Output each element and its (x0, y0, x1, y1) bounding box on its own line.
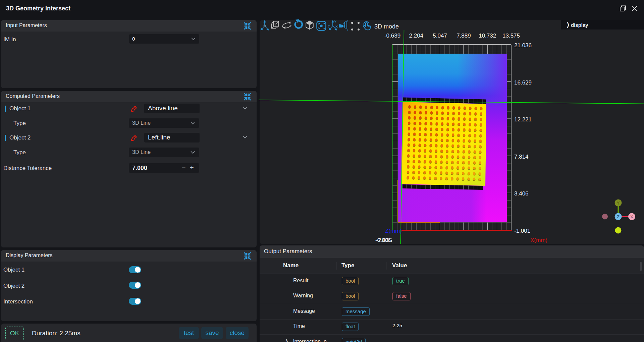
svg-text:-2.035: -2.035 (376, 237, 392, 243)
svg-text:3.406: 3.406 (514, 190, 529, 197)
svg-text:-1.001: -1.001 (514, 228, 530, 234)
svg-text:X(mm): X(mm) (530, 237, 547, 243)
svg-text:5.047: 5.047 (433, 33, 447, 39)
svg-text:Z: Z (328, 25, 330, 29)
svg-text:16.629: 16.629 (514, 79, 532, 86)
svg-text:21.036: 21.036 (514, 42, 532, 49)
svg-text:7.814: 7.814 (514, 154, 529, 160)
svg-text:X: X (630, 214, 633, 219)
svg-text:13.575: 13.575 (502, 33, 520, 39)
svg-text:Z(mm): Z(mm) (385, 228, 402, 234)
svg-text:Y: Y (617, 201, 620, 206)
svg-text:7.889: 7.889 (457, 33, 471, 39)
svg-text:12.221: 12.221 (514, 116, 532, 123)
svg-text:Y: Y (334, 20, 336, 24)
svg-text:2.204: 2.204 (409, 33, 424, 39)
svg-text:X: X (335, 24, 338, 28)
svg-text:Z: Z (617, 214, 620, 219)
svg-text:10.732: 10.732 (479, 33, 496, 39)
